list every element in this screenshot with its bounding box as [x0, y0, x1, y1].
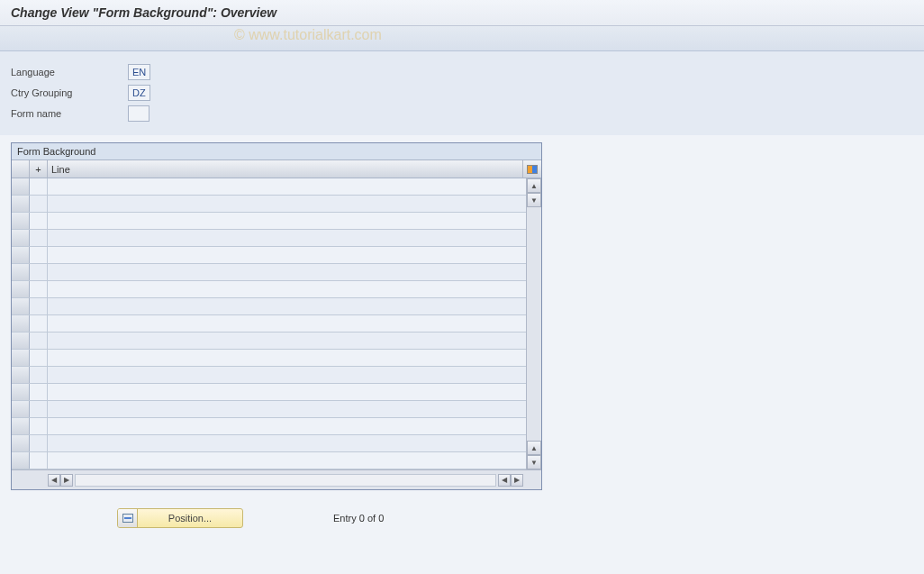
- table-row[interactable]: [12, 230, 526, 247]
- row-line-cell[interactable]: [48, 315, 526, 332]
- row-selector[interactable]: [12, 281, 30, 297]
- table-row[interactable]: [12, 315, 526, 333]
- row-selector[interactable]: [12, 452, 30, 469]
- row-plus-cell[interactable]: [30, 247, 48, 263]
- row-plus-cell[interactable]: [30, 452, 48, 469]
- table-settings-button[interactable]: [523, 160, 541, 178]
- row-selector[interactable]: [12, 333, 30, 349]
- vertical-scrollbar[interactable]: ▲ ▼ ▲ ▼: [526, 178, 541, 469]
- ctry-grouping-label: Ctry Grouping: [11, 86, 128, 100]
- table-row[interactable]: [12, 452, 526, 469]
- row-plus-cell[interactable]: [30, 401, 48, 417]
- ctry-grouping-input[interactable]: DZ: [128, 85, 150, 101]
- row-line-cell[interactable]: [48, 230, 526, 246]
- row-plus-cell[interactable]: [30, 264, 48, 280]
- row-plus-cell[interactable]: [30, 435, 48, 451]
- row-line-cell[interactable]: [48, 298, 526, 314]
- row-line-cell[interactable]: [48, 435, 526, 451]
- row-plus-cell[interactable]: [30, 298, 48, 314]
- column-line[interactable]: Line: [48, 160, 523, 178]
- row-selector[interactable]: [12, 401, 30, 417]
- row-selector[interactable]: [12, 178, 30, 195]
- form-background-table: Form Background + Line ▲ ▼ ▲ ▼ ◀ ▶ ◀ ▶: [11, 142, 542, 490]
- row-plus-cell[interactable]: [30, 178, 48, 195]
- table-row[interactable]: [12, 418, 526, 435]
- row-line-cell[interactable]: [48, 178, 526, 195]
- table-row[interactable]: [12, 367, 526, 384]
- hscroll-right2-icon[interactable]: ▶: [511, 474, 523, 487]
- table-row[interactable]: [12, 435, 526, 452]
- row-plus-cell[interactable]: [30, 418, 48, 434]
- table-row[interactable]: [12, 333, 526, 350]
- table-row[interactable]: [12, 213, 526, 230]
- hscroll-track[interactable]: [75, 474, 496, 487]
- row-plus-cell[interactable]: [30, 333, 48, 349]
- row-line-cell[interactable]: [48, 401, 526, 417]
- row-plus-cell[interactable]: [30, 196, 48, 212]
- row-plus-cell[interactable]: [30, 315, 48, 332]
- table-row[interactable]: [12, 401, 526, 418]
- position-button[interactable]: Position...: [117, 508, 243, 528]
- form-name-label: Form name: [11, 106, 128, 121]
- row-selector[interactable]: [12, 384, 30, 400]
- scroll-up-icon[interactable]: ▲: [527, 178, 541, 193]
- scroll-up2-icon[interactable]: ▲: [527, 441, 541, 455]
- table-header: + Line: [12, 160, 541, 178]
- row-selector[interactable]: [12, 230, 30, 246]
- row-line-cell[interactable]: [48, 213, 526, 229]
- row-line-cell[interactable]: [48, 264, 526, 280]
- hscroll-left2-icon[interactable]: ◀: [498, 474, 511, 487]
- language-label: Language: [11, 65, 128, 79]
- row-line-cell[interactable]: [48, 418, 526, 434]
- scroll-down-icon[interactable]: ▼: [527, 193, 541, 207]
- row-line-cell[interactable]: [48, 367, 526, 383]
- scroll-down2-icon[interactable]: ▼: [527, 455, 541, 469]
- row-plus-cell[interactable]: [30, 367, 48, 383]
- row-selector[interactable]: [12, 247, 30, 263]
- table-row[interactable]: [12, 196, 526, 213]
- form-name-input[interactable]: [128, 105, 149, 122]
- row-selector[interactable]: [12, 213, 30, 229]
- field-row-formname: Form name: [11, 104, 913, 123]
- table-row[interactable]: [12, 384, 526, 401]
- row-line-cell[interactable]: [48, 247, 526, 263]
- table-row[interactable]: [12, 350, 526, 367]
- table-row[interactable]: [12, 298, 526, 315]
- table-row[interactable]: [12, 178, 526, 196]
- position-label: Position...: [138, 513, 242, 524]
- row-line-cell[interactable]: [48, 350, 526, 366]
- entry-status: Entry 0 of 0: [333, 513, 384, 524]
- row-selector[interactable]: [12, 196, 30, 212]
- language-input[interactable]: EN: [128, 64, 150, 80]
- bottom-bar: Position... Entry 0 of 0: [0, 497, 924, 528]
- row-plus-cell[interactable]: [30, 384, 48, 400]
- table-row[interactable]: [12, 247, 526, 264]
- row-line-cell[interactable]: [48, 452, 526, 469]
- row-selector[interactable]: [12, 435, 30, 451]
- table-row[interactable]: [12, 281, 526, 298]
- field-row-ctry: Ctry Grouping DZ: [11, 83, 913, 103]
- row-selector[interactable]: [12, 298, 30, 314]
- row-selector[interactable]: [12, 315, 30, 332]
- column-plus[interactable]: +: [30, 160, 48, 178]
- horizontal-scrollbar[interactable]: ◀ ▶ ◀ ▶: [12, 469, 541, 489]
- row-selector[interactable]: [12, 350, 30, 366]
- row-line-cell[interactable]: [48, 281, 526, 297]
- row-plus-cell[interactable]: [30, 213, 48, 229]
- position-icon-box: [118, 509, 138, 527]
- row-plus-cell[interactable]: [30, 281, 48, 297]
- hscroll-left-icon[interactable]: ◀: [48, 474, 60, 487]
- row-selector[interactable]: [12, 367, 30, 383]
- table-row[interactable]: [12, 264, 526, 281]
- row-selector[interactable]: [12, 264, 30, 280]
- row-line-cell[interactable]: [48, 333, 526, 349]
- column-selector[interactable]: [12, 160, 30, 178]
- row-plus-cell[interactable]: [30, 230, 48, 246]
- row-plus-cell[interactable]: [30, 350, 48, 366]
- hscroll-right-icon[interactable]: ▶: [60, 474, 73, 487]
- row-line-cell[interactable]: [48, 196, 526, 212]
- field-row-language: Language EN: [11, 62, 913, 82]
- row-selector[interactable]: [12, 418, 30, 434]
- table-body: ▲ ▼ ▲ ▼: [12, 178, 541, 469]
- row-line-cell[interactable]: [48, 384, 526, 400]
